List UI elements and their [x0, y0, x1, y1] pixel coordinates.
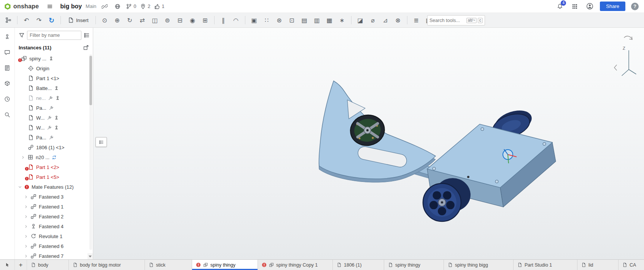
panel-scrollbar[interactable]: [89, 54, 92, 250]
tree-item-root-assembly[interactable]: spiny ...: [15, 54, 93, 63]
like-count[interactable]: 1: [154, 3, 164, 9]
tab-spiny-thingy-copy-1[interactable]: spiny thingy Copy 1: [258, 260, 333, 270]
share-button[interactable]: Share: [600, 2, 625, 11]
tree-item-part[interactable]: Batte...: [15, 83, 93, 93]
chevron-right-icon[interactable]: [24, 195, 28, 199]
copy-link-icon[interactable]: [100, 2, 109, 11]
user-avatar[interactable]: [585, 2, 594, 11]
tree-item-mate-fastened[interactable]: Fastened 7: [15, 251, 93, 259]
tree-item-n20[interactable]: n20 ...: [15, 152, 93, 162]
tool-named-positions[interactable]: ▥: [311, 14, 323, 26]
scroll-down-button[interactable]: [87, 253, 93, 259]
search-panel-icon[interactable]: [3, 110, 12, 119]
filter-icon[interactable]: [19, 32, 25, 38]
tool-parallel-relation[interactable]: ∥: [218, 14, 229, 26]
tree-item-part[interactable]: Pa...: [15, 103, 93, 113]
tree-item-part[interactable]: Pa...: [15, 133, 93, 142]
tool-fastened[interactable]: ⊞: [199, 14, 211, 26]
tab-body-for-bigg-motor[interactable]: body for bigg motor: [69, 260, 145, 270]
tree-item-part-suppressed[interactable]: ne...: [15, 93, 93, 103]
comments-panel-icon[interactable]: [3, 48, 12, 57]
tool-interference[interactable]: ⊗: [392, 14, 404, 26]
chevron-right-icon[interactable]: [24, 224, 28, 229]
mate-connector-panel-icon[interactable]: [3, 32, 12, 41]
tree-item-part[interactable]: W...: [15, 123, 93, 133]
tool-display-states[interactable]: ▦: [324, 14, 336, 26]
public-icon[interactable]: [113, 2, 122, 11]
tree-item-origin[interactable]: Origin: [15, 63, 93, 73]
tool-mate-connector[interactable]: ⊙: [99, 14, 111, 26]
tab-stick[interactable]: stick: [145, 260, 192, 270]
undo-button[interactable]: ↶: [21, 14, 32, 26]
tab-ca-truncated[interactable]: CA: [619, 260, 644, 270]
feature-list-panel-icon[interactable]: [3, 63, 12, 73]
chevron-right-icon[interactable]: [21, 155, 25, 159]
tab-part-studio-1[interactable]: Part Studio 1: [514, 260, 577, 270]
search-tools-input[interactable]: [429, 18, 465, 23]
tree-item-part[interactable]: Part 1 <1>: [15, 73, 93, 83]
tool-mass-properties[interactable]: ⊿: [380, 14, 391, 26]
insert-instance-icon[interactable]: [83, 44, 89, 51]
tool-snapshot[interactable]: ▤: [299, 14, 310, 26]
filter-input[interactable]: [27, 31, 81, 40]
tree-section-mate-features[interactable]: Mate Features (12): [15, 182, 93, 192]
follower-count[interactable]: 2: [140, 3, 150, 9]
document-menu-icon[interactable]: [46, 2, 54, 11]
select-cursor-icon[interactable]: [0, 260, 15, 270]
tree-item-part-error[interactable]: Part 1 <2>: [15, 162, 93, 172]
tool-cylindrical[interactable]: ⊚: [162, 14, 173, 26]
tool-bom[interactable]: ≣: [410, 14, 422, 26]
tree-item-mate-fastened[interactable]: Fastened 6: [15, 241, 93, 251]
tab-spiny-thingy-part-studio[interactable]: spiny thingy: [384, 260, 444, 270]
tool-tangent-relation[interactable]: ◠: [230, 14, 242, 26]
add-tab-button[interactable]: +: [15, 260, 27, 270]
3d-scene[interactable]: [93, 28, 644, 259]
tree-item-mate-fastened[interactable]: Fastened 2: [15, 212, 93, 221]
tab-lid[interactable]: lid: [577, 260, 619, 270]
tool-revolute[interactable]: ↻: [124, 14, 136, 26]
tab-body[interactable]: body: [27, 260, 69, 270]
tree-item-subassembly[interactable]: 1806 (1) <1>: [15, 142, 93, 152]
help-button[interactable]: ?: [631, 3, 639, 10]
notifications-button[interactable]: 4: [555, 2, 564, 11]
onshape-logo[interactable]: onshape: [4, 3, 39, 10]
tool-linear-pattern[interactable]: ∷: [261, 14, 273, 26]
insert-button[interactable]: Insert: [64, 14, 92, 26]
tool-section-view[interactable]: ◪: [355, 14, 366, 26]
tool-explode[interactable]: ∗: [336, 14, 348, 26]
tab-1806-1[interactable]: 1806 (1): [333, 260, 384, 270]
parts-panel-icon[interactable]: [3, 79, 12, 88]
redo-button[interactable]: ↷: [33, 14, 45, 26]
panel-structure-toggle[interactable]: [2, 14, 14, 26]
branch-count[interactable]: 0: [126, 3, 136, 9]
chevron-right-icon[interactable]: [24, 215, 28, 219]
tool-ball[interactable]: ◉: [187, 14, 199, 26]
tool-measure[interactable]: ⌀: [367, 14, 379, 26]
chevron-right-icon[interactable]: [24, 254, 28, 258]
tree-item-part-error[interactable]: Part 1 <5>: [15, 172, 93, 182]
tab-spiny-thing-bigg[interactable]: spiny thing bigg: [444, 260, 514, 270]
tree-item-mate-revolute[interactable]: Revolute 1: [15, 231, 93, 241]
tree-item-part[interactable]: W...: [15, 113, 93, 123]
panel-scrollbar-thumb[interactable]: [89, 56, 92, 105]
view-triad[interactable]: Z: [613, 32, 641, 81]
chevron-right-icon[interactable]: [24, 234, 28, 238]
chevron-right-icon[interactable]: [24, 205, 28, 209]
tree-item-mate-fastened[interactable]: Fastened 4: [15, 221, 93, 231]
tool-planar[interactable]: ◫: [149, 14, 161, 26]
tool-group[interactable]: ▣: [248, 14, 260, 26]
chevron-right-icon[interactable]: [24, 244, 28, 248]
update-linked-documents-button[interactable]: ↻: [46, 14, 57, 26]
tool-mate[interactable]: ⊕: [111, 14, 123, 26]
tool-replicate[interactable]: ⊡: [286, 14, 298, 26]
tool-circular-pattern[interactable]: ⊛: [274, 14, 285, 26]
history-panel-icon[interactable]: [3, 95, 12, 104]
3d-viewport[interactable]: Z: [93, 28, 644, 259]
app-store-icon[interactable]: [570, 2, 579, 11]
selection-list-button[interactable]: [95, 137, 107, 147]
tool-pin-slot[interactable]: ⊟: [174, 14, 186, 26]
tool-slider[interactable]: ⇄: [137, 14, 148, 26]
chevron-down-icon[interactable]: [18, 185, 22, 189]
tree-item-mate-fastened[interactable]: Fastened 1: [15, 202, 93, 212]
workspace-label[interactable]: Main: [86, 3, 96, 9]
